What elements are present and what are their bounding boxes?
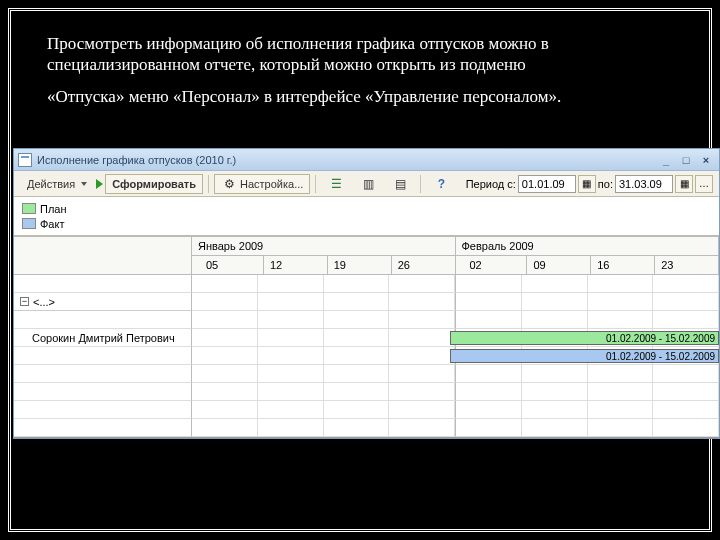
window-title: Исполнение графика отпусков (2010 г.) bbox=[37, 154, 655, 166]
name-column-header bbox=[14, 237, 192, 275]
spacer-row bbox=[14, 275, 719, 293]
separator bbox=[208, 175, 209, 193]
settings-button[interactable]: ⚙ Настройка... bbox=[214, 174, 310, 194]
period-picker-icon[interactable]: … bbox=[695, 175, 713, 193]
gear-icon: ⚙ bbox=[221, 176, 237, 192]
maximize-button[interactable]: □ bbox=[677, 153, 695, 167]
legend: План Факт bbox=[14, 197, 719, 236]
spacer-row bbox=[14, 365, 719, 383]
week-cell: 12 bbox=[264, 256, 328, 275]
period-from-input[interactable] bbox=[518, 175, 576, 193]
period-to-input[interactable] bbox=[615, 175, 673, 193]
actions-menu[interactable]: Действия bbox=[20, 174, 94, 194]
week-cell: 05 bbox=[192, 256, 264, 275]
close-button[interactable]: × bbox=[697, 153, 715, 167]
legend-plan: План bbox=[22, 201, 711, 216]
calendar-to-icon[interactable]: ▦ bbox=[675, 175, 693, 193]
plan-label: План bbox=[40, 203, 67, 215]
document-icon bbox=[18, 153, 32, 167]
week-cell: 09 bbox=[527, 256, 591, 275]
help-button[interactable]: ? bbox=[426, 174, 456, 194]
plan-bar-label: 01.02.2009 - 15.02.2009 bbox=[606, 333, 715, 344]
employee-plan-row[interactable]: Сорокин Дмитрий Петрович 01.02.2009 - 15… bbox=[14, 329, 719, 347]
help-icon: ? bbox=[433, 176, 449, 192]
collapse-icon[interactable]: − bbox=[20, 297, 29, 306]
week-cell: 02 bbox=[456, 256, 528, 275]
actions-label: Действия bbox=[27, 178, 75, 190]
week-cell: 19 bbox=[328, 256, 392, 275]
period-to-label: по: bbox=[598, 178, 613, 190]
chevron-down-icon bbox=[81, 182, 87, 186]
generate-button[interactable]: Сформировать bbox=[105, 174, 203, 194]
separator bbox=[420, 175, 421, 193]
plan-swatch bbox=[22, 203, 36, 214]
group-row[interactable]: − <...> bbox=[14, 293, 719, 311]
spacer-row bbox=[14, 401, 719, 419]
tool-icon-3[interactable]: ▤ bbox=[385, 174, 415, 194]
minimize-button[interactable]: _ bbox=[657, 153, 675, 167]
tool-icon-2[interactable]: ▥ bbox=[353, 174, 383, 194]
month-1-label: Январь 2009 bbox=[192, 237, 456, 256]
description-block: Просмотреть информацию об исполнения гра… bbox=[11, 11, 709, 125]
description-line-2: «Отпуска» меню «Персонал» в интерфейсе «… bbox=[47, 86, 679, 107]
toolbar: Действия Сформировать ⚙ Настройка... ☰ ▥… bbox=[14, 171, 719, 197]
settings-label: Настройка... bbox=[240, 178, 303, 190]
calendar-from-icon[interactable]: ▦ bbox=[578, 175, 596, 193]
separator bbox=[315, 175, 316, 193]
generate-label: Сформировать bbox=[112, 178, 196, 190]
month-columns: Январь 2009 Февраль 2009 05 12 19 26 02 … bbox=[192, 237, 719, 275]
spacer-row bbox=[14, 419, 719, 437]
run-arrow-icon bbox=[96, 179, 103, 189]
titlebar[interactable]: Исполнение графика отпусков (2010 г.) _ … bbox=[14, 149, 719, 171]
spacer-row bbox=[14, 311, 719, 329]
spacer-row bbox=[14, 383, 719, 401]
grid-body: − <...> Сорокин Дмитрий Петрович bbox=[14, 275, 719, 437]
app-window: Исполнение графика отпусков (2010 г.) _ … bbox=[13, 148, 720, 439]
legend-fact: Факт bbox=[22, 216, 711, 231]
description-line-1: Просмотреть информацию об исполнения гра… bbox=[47, 33, 679, 76]
fact-bar[interactable]: 01.02.2009 - 15.02.2009 bbox=[450, 349, 719, 363]
fact-bar-label: 01.02.2009 - 15.02.2009 bbox=[606, 351, 715, 362]
tool-icon-1[interactable]: ☰ bbox=[321, 174, 351, 194]
plan-bar[interactable]: 01.02.2009 - 15.02.2009 bbox=[450, 331, 719, 345]
employee-fact-row[interactable]: 01.02.2009 - 15.02.2009 bbox=[14, 347, 719, 365]
sheet-icon: ▤ bbox=[392, 176, 408, 192]
month-2-label: Февраль 2009 bbox=[456, 237, 720, 256]
page-icon: ▥ bbox=[360, 176, 376, 192]
period-from-label: Период с: bbox=[466, 178, 516, 190]
week-cell: 16 bbox=[591, 256, 655, 275]
employee-name: Сорокин Дмитрий Петрович bbox=[32, 332, 175, 344]
list-icon: ☰ bbox=[328, 176, 344, 192]
gantt-grid: Январь 2009 Февраль 2009 05 12 19 26 02 … bbox=[14, 236, 719, 438]
fact-swatch bbox=[22, 218, 36, 229]
group-label: <...> bbox=[33, 296, 55, 308]
week-cell: 23 bbox=[655, 256, 719, 275]
grid-header: Январь 2009 Февраль 2009 05 12 19 26 02 … bbox=[14, 236, 719, 275]
fact-label: Факт bbox=[40, 218, 64, 230]
week-cell: 26 bbox=[392, 256, 456, 275]
